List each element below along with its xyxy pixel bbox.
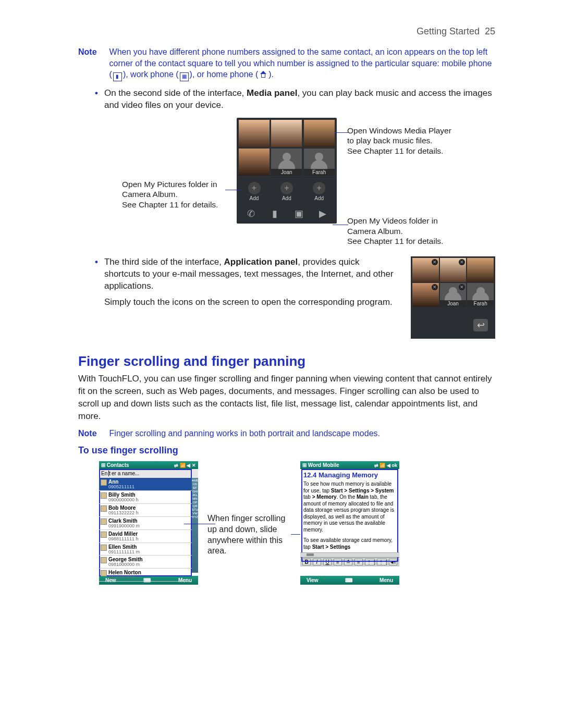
contact-row[interactable]: Bob Moore0911322222 h [99,504,192,517]
name-search-field[interactable]: Enter a name... [99,469,198,478]
app-cell: Farah [467,283,494,307]
finger-scrolling-figures: ⊞ Contacts ⇄ 📶 ◀ ✕ Enter a name... Ann09… [99,461,495,585]
leader-line [225,190,241,190]
contact-photo [239,149,270,176]
underline-button[interactable]: U [323,559,332,565]
contact-row[interactable]: Ann0905211111 [99,478,192,491]
contact-silhouette: Farah [304,149,335,176]
status-icons: ⇄ 📶 ◀ ok [374,463,397,468]
note-label: Note [78,46,97,81]
bullet-media-panel: • On the second side of the interface, M… [95,88,495,112]
section-name: Getting Started [417,26,480,36]
document-page: Getting Started 25 Note When you have di… [0,0,563,728]
windows-icon: ⊞ [101,462,105,468]
status-icons: ⇄ 📶 ◀ ✕ [174,463,196,468]
add-button[interactable]: +Add [304,179,335,204]
add-button[interactable]: +Add [239,179,270,204]
contact-photo [271,120,302,147]
contact-row[interactable]: Billy Smith0900000000 h [99,491,192,504]
contact-silhouette: Joan [271,149,302,176]
app-cell: ✕ [440,258,467,282]
page-header: Getting Started 25 [78,26,495,37]
plus-icon: + [313,182,325,194]
bold-button[interactable]: B [302,559,311,565]
contact-row[interactable]: Helen Norton0912676767 m [99,569,192,582]
align-button[interactable]: ≛ [344,559,352,565]
note-label: Note [78,428,97,439]
contacts-title-bar: ⊞ Contacts ⇄ 📶 ◀ ✕ [99,461,198,469]
contacts-icon[interactable]: ▣ [291,208,306,220]
close-icon[interactable]: ✕ [432,259,438,265]
italic-button[interactable]: I [313,559,321,565]
note-block-2: Note Finger scrolling and panning works … [78,428,495,439]
body-paragraph: With TouchFLO, you can use finger scroll… [78,373,495,422]
note-block-1: Note When you have different phone numbe… [78,46,495,81]
application-panel-section: • The third side of the interface, Appli… [78,256,495,339]
word-body-text2: To see available storage card memory, ta… [300,535,399,552]
section-heading: Finger scrolling and finger panning [78,353,495,369]
app-cell: Joan✕ [440,283,467,307]
word-heading: 12.4 Managing Memory [300,469,399,479]
app-cell [467,258,494,282]
phone-icon[interactable]: ✆ [243,208,258,220]
video-icon[interactable]: ▶ [315,208,330,220]
leader-line [184,524,215,524]
word-title-bar: ⊞ Word Mobile ⇄ 📶 ◀ ok [300,461,399,469]
contacts-screenshot: ⊞ Contacts ⇄ 📶 ◀ ✕ Enter a name... Ann09… [99,461,198,585]
body-text: Simply touch the icons on the screen to … [104,297,396,309]
work-phone-icon: ▦ [180,72,189,81]
page-number: 25 [485,26,495,36]
mobile-phone-icon: ▮ [113,72,122,81]
app-cell: ✕ [412,258,439,282]
app-cell: ✕ [412,283,439,307]
callout-scroll-area: When finger scrolling up and down, slide… [207,513,291,557]
indent-button[interactable]: ◂≡ [389,559,397,565]
callout-wmp: Open Windows Media Player to play back m… [347,126,451,156]
plus-icon: + [248,182,261,194]
word-screenshot: ⊞ Word Mobile ⇄ 📶 ◀ ok 12.4 Managing Mem… [300,461,399,585]
leader-line [333,225,348,225]
callout-my-videos: Open My Videos folder in Camera Album. S… [347,216,451,246]
list-button[interactable]: ⋮⋮ [377,559,387,565]
contact-row[interactable]: Ellen Smith0911111111 m [99,543,192,556]
add-button[interactable]: +Add [271,179,302,204]
contact-row[interactable]: George Smith0981000000 m [99,556,192,569]
contact-photo [304,120,335,147]
horizontal-scrollbar[interactable] [300,552,399,557]
back-arrow-icon: ↩ [473,319,488,331]
contact-row[interactable]: Clark Smith0991900000 m [99,517,192,530]
home-phone-icon [259,71,267,78]
leader-line [333,132,348,133]
contact-row[interactable]: David Miller0988111111 h [99,530,192,543]
softkey-view[interactable]: View [307,577,319,583]
close-icon[interactable]: ✕ [432,284,438,290]
windows-icon: ⊞ [302,462,307,468]
contacts-list[interactable]: Ann0905211111 Billy Smith0900000000 h Bo… [99,478,192,573]
media-panel-screenshot: Joan Farah +Add +Add +Add ✆ ▮ ▣ ▶ [237,118,337,224]
note-text: Finger scrolling and panning works in bo… [109,428,380,439]
softkey-menu[interactable]: Menu [380,577,393,583]
plus-icon: + [280,182,293,194]
alpha-scrollbar[interactable]: #ABCDEFGHIJKLMNOPQRSTUVWXYZ [192,478,198,573]
word-body-text: To see how much memory is available for … [300,479,399,535]
media-panel-figure: Open My Pictures folder in Camera Album.… [78,118,495,246]
align-button[interactable]: ≡ [354,559,363,565]
device-icon[interactable]: ▮ [267,208,282,220]
align-button[interactable]: ≡ [334,559,342,565]
callout-my-pictures: Open My Pictures folder in Camera Album.… [122,179,226,209]
subsection-heading: To use finger scrolling [78,445,495,456]
note-text: When you have different phone numbers as… [109,46,495,81]
list-button[interactable]: ⋮⋮ [365,559,375,565]
contact-photo [239,120,270,147]
application-panel-screenshot: ✕ ✕ ✕ Joan✕ Farah ↩ [411,256,495,339]
back-button[interactable]: ↩ [411,309,495,335]
word-toolbar: B I U ≡ ≛ ≡ ⋮⋮ ⋮⋮ ◂≡ [300,557,399,566]
keyboard-icon[interactable]: ⌨ [345,577,352,583]
